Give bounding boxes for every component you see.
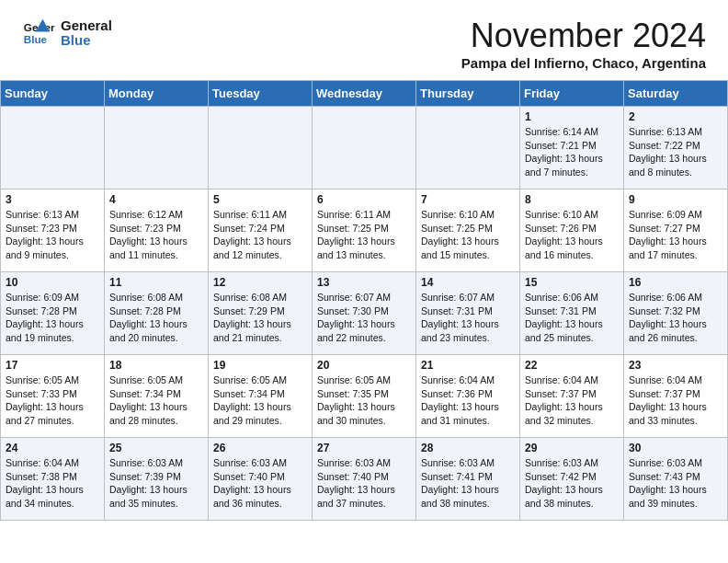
day-number: 18 [109, 359, 203, 372]
day-info: Sunrise: 6:05 AM Sunset: 7:35 PM Dayligh… [317, 373, 411, 428]
day-number: 5 [213, 193, 307, 206]
day-info: Sunrise: 6:05 AM Sunset: 7:34 PM Dayligh… [109, 373, 203, 428]
calendar-week-row: 17Sunrise: 6:05 AM Sunset: 7:33 PM Dayli… [1, 355, 728, 438]
day-number: 4 [109, 193, 203, 206]
day-info: Sunrise: 6:04 AM Sunset: 7:38 PM Dayligh… [6, 456, 99, 511]
day-info: Sunrise: 6:13 AM Sunset: 7:23 PM Dayligh… [6, 208, 99, 262]
logo-text-blue: Blue [61, 33, 112, 49]
calendar-cell: 6Sunrise: 6:11 AM Sunset: 7:25 PM Daylig… [313, 190, 416, 272]
day-info: Sunrise: 6:03 AM Sunset: 7:40 PM Dayligh… [213, 456, 307, 511]
day-info: Sunrise: 6:03 AM Sunset: 7:43 PM Dayligh… [629, 456, 722, 511]
day-info: Sunrise: 6:03 AM Sunset: 7:39 PM Dayligh… [109, 456, 203, 511]
day-number: 9 [629, 193, 722, 206]
day-info: Sunrise: 6:11 AM Sunset: 7:25 PM Dayligh… [317, 208, 411, 262]
day-number: 7 [421, 193, 515, 206]
calendar-cell: 9Sunrise: 6:09 AM Sunset: 7:27 PM Daylig… [624, 190, 728, 272]
calendar-cell: 12Sunrise: 6:08 AM Sunset: 7:29 PM Dayli… [209, 272, 313, 355]
col-header-saturday: Saturday [624, 81, 728, 107]
calendar-cell: 1Sunrise: 6:14 AM Sunset: 7:21 PM Daylig… [520, 107, 624, 190]
calendar-cell: 16Sunrise: 6:06 AM Sunset: 7:32 PM Dayli… [624, 272, 728, 355]
title-block: November 2024 Pampa del Infierno, Chaco,… [461, 17, 706, 71]
logo-text-general: General [61, 18, 112, 34]
calendar-cell: 28Sunrise: 6:03 AM Sunset: 7:41 PM Dayli… [416, 438, 520, 521]
col-header-sunday: Sunday [1, 81, 105, 107]
day-number: 23 [629, 359, 722, 372]
day-info: Sunrise: 6:04 AM Sunset: 7:36 PM Dayligh… [421, 373, 515, 428]
calendar-cell: 18Sunrise: 6:05 AM Sunset: 7:34 PM Dayli… [105, 355, 209, 438]
calendar-cell: 4Sunrise: 6:12 AM Sunset: 7:23 PM Daylig… [105, 190, 209, 272]
day-info: Sunrise: 6:03 AM Sunset: 7:40 PM Dayligh… [317, 456, 411, 511]
day-info: Sunrise: 6:06 AM Sunset: 7:32 PM Dayligh… [629, 291, 722, 345]
calendar-cell: 30Sunrise: 6:03 AM Sunset: 7:43 PM Dayli… [624, 438, 728, 521]
calendar-cell [1, 107, 105, 190]
day-number: 1 [525, 110, 619, 123]
day-number: 27 [317, 442, 411, 454]
day-info: Sunrise: 6:08 AM Sunset: 7:29 PM Dayligh… [213, 291, 307, 345]
calendar-cell: 29Sunrise: 6:03 AM Sunset: 7:42 PM Dayli… [520, 438, 624, 521]
day-number: 30 [629, 442, 722, 454]
day-number: 24 [6, 442, 99, 454]
calendar-cell [416, 107, 520, 190]
location: Pampa del Infierno, Chaco, Argentina [461, 55, 706, 71]
day-info: Sunrise: 6:05 AM Sunset: 7:33 PM Dayligh… [6, 373, 99, 428]
calendar-cell: 26Sunrise: 6:03 AM Sunset: 7:40 PM Dayli… [209, 438, 313, 521]
day-number: 28 [421, 442, 515, 454]
day-number: 13 [317, 276, 411, 289]
day-number: 22 [525, 359, 619, 372]
day-info: Sunrise: 6:07 AM Sunset: 7:31 PM Dayligh… [421, 291, 515, 345]
day-number: 6 [317, 193, 411, 206]
calendar-cell: 8Sunrise: 6:10 AM Sunset: 7:26 PM Daylig… [520, 190, 624, 272]
day-number: 11 [109, 276, 203, 289]
day-number: 15 [525, 276, 619, 289]
day-info: Sunrise: 6:14 AM Sunset: 7:21 PM Dayligh… [525, 125, 619, 179]
calendar-week-row: 1Sunrise: 6:14 AM Sunset: 7:21 PM Daylig… [1, 107, 728, 190]
calendar-cell: 22Sunrise: 6:04 AM Sunset: 7:37 PM Dayli… [520, 355, 624, 438]
calendar-cell: 2Sunrise: 6:13 AM Sunset: 7:22 PM Daylig… [624, 107, 728, 190]
calendar-cell: 21Sunrise: 6:04 AM Sunset: 7:36 PM Dayli… [416, 355, 520, 438]
day-number: 21 [421, 359, 515, 372]
day-info: Sunrise: 6:08 AM Sunset: 7:28 PM Dayligh… [109, 291, 203, 345]
calendar-cell: 27Sunrise: 6:03 AM Sunset: 7:40 PM Dayli… [313, 438, 416, 521]
calendar-cell: 10Sunrise: 6:09 AM Sunset: 7:28 PM Dayli… [1, 272, 105, 355]
day-info: Sunrise: 6:13 AM Sunset: 7:22 PM Dayligh… [629, 125, 722, 179]
day-info: Sunrise: 6:04 AM Sunset: 7:37 PM Dayligh… [629, 373, 722, 428]
calendar-cell [209, 107, 313, 190]
calendar-header-row: SundayMondayTuesdayWednesdayThursdayFrid… [1, 81, 728, 107]
calendar-cell: 23Sunrise: 6:04 AM Sunset: 7:37 PM Dayli… [624, 355, 728, 438]
day-info: Sunrise: 6:10 AM Sunset: 7:25 PM Dayligh… [421, 208, 515, 262]
col-header-wednesday: Wednesday [313, 81, 416, 107]
day-info: Sunrise: 6:09 AM Sunset: 7:27 PM Dayligh… [629, 208, 722, 262]
logo: General Blue General Blue [22, 17, 112, 50]
day-number: 17 [6, 359, 99, 372]
day-number: 26 [213, 442, 307, 454]
day-number: 14 [421, 276, 515, 289]
day-number: 20 [317, 359, 411, 372]
day-info: Sunrise: 6:03 AM Sunset: 7:41 PM Dayligh… [421, 456, 515, 511]
calendar-cell: 3Sunrise: 6:13 AM Sunset: 7:23 PM Daylig… [1, 190, 105, 272]
svg-text:Blue: Blue [24, 33, 48, 45]
day-info: Sunrise: 6:09 AM Sunset: 7:28 PM Dayligh… [6, 291, 99, 345]
col-header-monday: Monday [105, 81, 209, 107]
calendar-table: SundayMondayTuesdayWednesdayThursdayFrid… [0, 80, 728, 521]
day-info: Sunrise: 6:06 AM Sunset: 7:31 PM Dayligh… [525, 291, 619, 345]
calendar-cell: 11Sunrise: 6:08 AM Sunset: 7:28 PM Dayli… [105, 272, 209, 355]
day-info: Sunrise: 6:07 AM Sunset: 7:30 PM Dayligh… [317, 291, 411, 345]
day-info: Sunrise: 6:12 AM Sunset: 7:23 PM Dayligh… [109, 208, 203, 262]
day-number: 2 [629, 110, 722, 123]
page-header: General Blue General Blue November 2024 … [0, 0, 728, 80]
calendar-cell: 7Sunrise: 6:10 AM Sunset: 7:25 PM Daylig… [416, 190, 520, 272]
month-title: November 2024 [461, 17, 706, 55]
calendar-cell: 17Sunrise: 6:05 AM Sunset: 7:33 PM Dayli… [1, 355, 105, 438]
col-header-thursday: Thursday [416, 81, 520, 107]
calendar-cell: 13Sunrise: 6:07 AM Sunset: 7:30 PM Dayli… [313, 272, 416, 355]
calendar-cell: 15Sunrise: 6:06 AM Sunset: 7:31 PM Dayli… [520, 272, 624, 355]
day-info: Sunrise: 6:10 AM Sunset: 7:26 PM Dayligh… [525, 208, 619, 262]
day-info: Sunrise: 6:03 AM Sunset: 7:42 PM Dayligh… [525, 456, 619, 511]
calendar-week-row: 10Sunrise: 6:09 AM Sunset: 7:28 PM Dayli… [1, 272, 728, 355]
col-header-tuesday: Tuesday [209, 81, 313, 107]
calendar-cell [313, 107, 416, 190]
col-header-friday: Friday [520, 81, 624, 107]
calendar-week-row: 24Sunrise: 6:04 AM Sunset: 7:38 PM Dayli… [1, 438, 728, 521]
calendar-cell: 24Sunrise: 6:04 AM Sunset: 7:38 PM Dayli… [1, 438, 105, 521]
calendar-cell: 19Sunrise: 6:05 AM Sunset: 7:34 PM Dayli… [209, 355, 313, 438]
